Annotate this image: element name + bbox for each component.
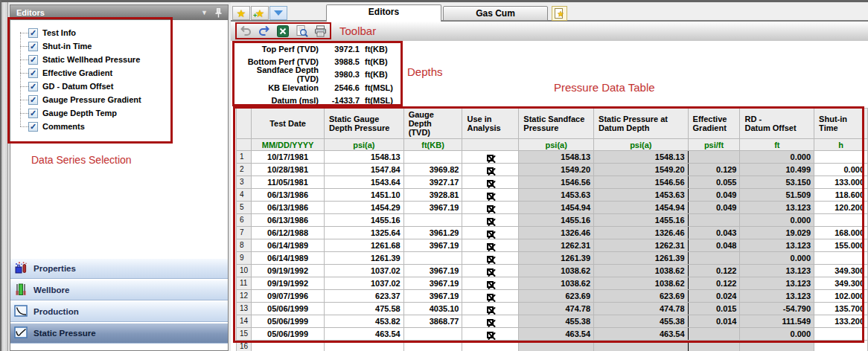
static-gauge-depth-pressure-cell[interactable] xyxy=(325,341,404,351)
test-date-cell[interactable]: 05/06/1999 xyxy=(252,328,325,341)
checkbox-checked-icon[interactable]: ✓ xyxy=(28,95,38,105)
print-button[interactable] xyxy=(313,25,328,38)
static-gauge-depth-pressure-cell[interactable]: 1451.10 xyxy=(325,189,404,202)
test-date-cell[interactable]: 05/06/1999 xyxy=(252,303,325,315)
checkbox-checked-icon[interactable] xyxy=(487,306,494,313)
test-date-cell[interactable] xyxy=(252,341,325,351)
static-gauge-depth-pressure-cell[interactable]: 453.82 xyxy=(325,315,404,328)
use-in-analysis-cell[interactable] xyxy=(462,227,519,239)
gauge-depth-cell[interactable] xyxy=(403,341,462,351)
static-gauge-depth-pressure-cell[interactable]: 1455.16 xyxy=(325,214,404,227)
favorites-dropdown-button[interactable] xyxy=(269,6,287,20)
gauge-depth-cell[interactable]: 3868.77 xyxy=(403,315,462,328)
gauge-depth-cell[interactable] xyxy=(403,214,462,227)
checkbox-checked-icon[interactable]: ✓ xyxy=(28,28,38,38)
tab-gas-cum[interactable]: Gas Cum xyxy=(443,6,548,21)
test-date-cell[interactable]: 09/19/1992 xyxy=(252,277,325,290)
checkbox-checked-icon[interactable]: ✓ xyxy=(28,82,38,91)
gauge-depth-cell[interactable]: 3961.29 xyxy=(403,227,462,239)
use-in-analysis-cell[interactable] xyxy=(462,214,519,227)
checkbox-checked-icon[interactable] xyxy=(487,281,494,288)
use-in-analysis-cell[interactable] xyxy=(462,239,519,252)
test-date-cell[interactable]: 06/13/1986 xyxy=(252,202,325,214)
checkbox-checked-icon[interactable] xyxy=(487,231,494,237)
use-in-analysis-cell[interactable] xyxy=(462,265,519,277)
tree-item-effective-gradient[interactable]: ✓Effective Gradient xyxy=(18,66,228,80)
shut-in-time-cell[interactable]: 118.600 xyxy=(814,189,868,202)
static-gauge-depth-pressure-cell[interactable]: 463.54 xyxy=(325,328,404,341)
checkbox-checked-icon[interactable] xyxy=(487,155,494,161)
nav-item-properties[interactable]: Properties xyxy=(10,258,228,279)
tree-item-gauge-pressure-gradient[interactable]: ✓Gauge Pressure Gradient xyxy=(18,93,228,106)
checkbox-checked-icon[interactable] xyxy=(487,268,494,275)
shut-in-time-cell[interactable]: 349.300 xyxy=(814,277,868,290)
checkbox-checked-icon[interactable]: ✓ xyxy=(28,68,38,78)
add-favorite-star-button[interactable]: ★+ xyxy=(251,6,269,20)
tree-item-gauge-depth-temp[interactable]: ✓Gauge Depth Temp xyxy=(18,106,228,120)
test-date-cell[interactable]: 06/14/1989 xyxy=(252,239,325,252)
gauge-depth-cell[interactable]: 3928.81 xyxy=(403,189,462,202)
shut-in-time-cell[interactable]: 0.000 xyxy=(814,164,868,176)
checkbox-checked-icon[interactable] xyxy=(487,256,494,263)
static-gauge-depth-pressure-cell[interactable]: 1547.84 xyxy=(325,164,404,176)
gauge-depth-cell[interactable]: 3927.17 xyxy=(403,176,462,189)
checkbox-checked-icon[interactable]: ✓ xyxy=(28,109,38,118)
tree-item-gd-datum-offset[interactable]: ✓GD - Datum Offset xyxy=(18,80,228,93)
tree-item-static-wellhead-pressure[interactable]: ✓Static Wellhead Pressure xyxy=(18,53,228,66)
gauge-depth-cell[interactable]: 3967.19 xyxy=(403,265,462,277)
export-excel-button[interactable] xyxy=(275,25,290,38)
test-date-cell[interactable]: 05/06/1999 xyxy=(252,315,325,328)
shut-in-time-cell[interactable]: 168.000 xyxy=(814,227,868,239)
use-in-analysis-cell[interactable] xyxy=(462,303,519,315)
static-gauge-depth-pressure-cell[interactable]: 1261.39 xyxy=(325,252,404,265)
tree-item-comments[interactable]: ✓Comments xyxy=(18,120,228,133)
test-date-cell[interactable]: 09/19/1992 xyxy=(252,265,325,277)
use-in-analysis-cell[interactable] xyxy=(462,315,519,328)
static-gauge-depth-pressure-cell[interactable]: 623.37 xyxy=(325,290,404,303)
use-in-analysis-cell[interactable] xyxy=(462,151,519,164)
shut-in-time-cell[interactable]: 133.000 xyxy=(814,176,868,189)
checkbox-checked-icon[interactable] xyxy=(487,218,494,225)
use-in-analysis-cell[interactable] xyxy=(462,202,519,214)
nav-item-production[interactable]: Production xyxy=(10,301,228,322)
test-date-cell[interactable]: 10/17/1981 xyxy=(252,151,325,164)
use-in-analysis-cell[interactable] xyxy=(462,341,519,351)
checkbox-checked-icon[interactable]: ✓ xyxy=(28,122,38,132)
new-tab-button[interactable] xyxy=(552,6,567,21)
checkbox-checked-icon[interactable] xyxy=(487,193,494,199)
chevron-down-icon[interactable]: ▼ xyxy=(201,5,208,20)
shut-in-time-cell[interactable] xyxy=(814,252,868,265)
use-in-analysis-cell[interactable] xyxy=(462,252,519,265)
shut-in-time-cell[interactable]: 155.000 xyxy=(814,239,868,252)
use-in-analysis-cell[interactable] xyxy=(462,176,519,189)
static-gauge-depth-pressure-cell[interactable]: 1037.02 xyxy=(325,265,404,277)
static-gauge-depth-pressure-cell[interactable]: 1037.02 xyxy=(325,277,404,290)
checkbox-checked-icon[interactable] xyxy=(487,319,494,326)
pin-icon[interactable] xyxy=(215,8,222,18)
gauge-depth-cell[interactable]: 3967.19 xyxy=(403,290,462,303)
gauge-depth-cell[interactable] xyxy=(403,252,462,265)
use-in-analysis-cell[interactable] xyxy=(462,290,519,303)
undo-button[interactable] xyxy=(238,25,253,38)
gauge-depth-cell[interactable]: 4035.10 xyxy=(403,303,462,315)
test-date-cell[interactable]: 06/14/1989 xyxy=(252,252,325,265)
checkbox-checked-icon[interactable] xyxy=(487,167,494,174)
shut-in-time-cell[interactable]: 349.300 xyxy=(814,265,868,277)
shut-in-time-cell[interactable] xyxy=(814,151,868,164)
print-preview-button[interactable] xyxy=(294,25,309,38)
use-in-analysis-cell[interactable] xyxy=(462,328,519,341)
static-gauge-depth-pressure-cell[interactable]: 1543.64 xyxy=(325,176,404,189)
checkbox-checked-icon[interactable] xyxy=(487,332,494,338)
static-gauge-depth-pressure-cell[interactable]: 1454.29 xyxy=(325,202,404,214)
checkbox-checked-icon[interactable] xyxy=(487,243,494,250)
favorites-star-button[interactable]: ★ xyxy=(232,6,250,20)
shut-in-time-cell[interactable]: 133.200 xyxy=(814,315,868,328)
use-in-analysis-cell[interactable] xyxy=(462,189,519,202)
static-gauge-depth-pressure-cell[interactable]: 1325.64 xyxy=(325,227,404,239)
gauge-depth-cell[interactable] xyxy=(403,328,462,341)
shut-in-time-cell[interactable] xyxy=(814,328,868,341)
gauge-depth-cell[interactable]: 3969.82 xyxy=(403,164,462,176)
test-date-cell[interactable]: 11/05/1981 xyxy=(252,176,325,189)
shut-in-time-cell[interactable] xyxy=(814,214,868,227)
gauge-depth-cell[interactable]: 3967.19 xyxy=(403,277,462,290)
